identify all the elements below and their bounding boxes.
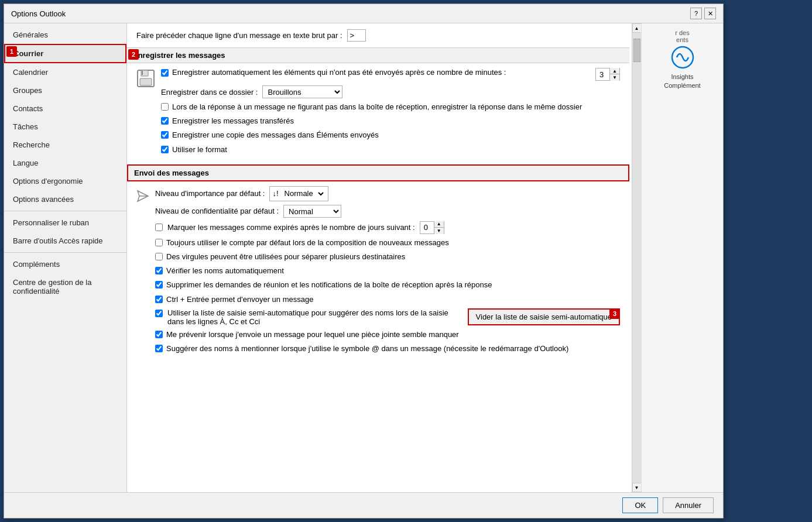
dialog-body: Générales 1 Courrier Calendrier Groupes … [4,23,723,492]
sidebar-item-label: Contacts [13,104,43,113]
side-panel-label1: r desents [675,29,689,43]
sidebar-item-groupes[interactable]: Groupes [4,81,126,99]
confidentiality-select[interactable]: Personnel Privé Normal Confidentiel [283,205,341,218]
sidebar-item-calendrier[interactable]: Calendrier [4,63,126,81]
comma-sep-row: Des virgules peuvent être utilisées pour… [155,252,620,262]
auto-save-spinner: 3 ▲ ▼ [595,68,620,81]
save-options: Enregistrer automatiquement les éléments… [161,68,620,159]
insights-label: InsightsComplément [664,73,700,91]
comma-sep-checkbox[interactable] [155,253,163,260]
reply-outside-label: Lors de la réponse à un message ne figur… [172,102,582,112]
sidebar-item-personnaliser[interactable]: Personnaliser le ruban [4,214,126,232]
footer: OK Annuler [4,492,723,518]
suppress-meeting-checkbox[interactable] [155,281,163,289]
autocomplete-row: Utiliser la liste de saisie semi-automat… [155,308,620,326]
scroll-down-arrow[interactable]: ▼ [632,483,642,492]
folder-row: Enregistrer dans ce dossier : Brouillons… [161,85,620,98]
sidebar-item-label: Tâches [13,122,38,131]
plain-text-label: Faire précéder chaque ligne d'un message… [136,31,342,40]
save-section: Enregistrer automatiquement les éléments… [136,68,620,159]
spinner-value: 3 [596,68,610,80]
badge-3: 3 [609,308,620,319]
side-panel: r desents InsightsComplément [641,23,723,492]
sidebar-item-label: Options avancées [13,195,74,204]
check-names-label: Vérifier les noms automatiquement [166,266,284,276]
sidebar-item-taches[interactable]: Tâches [4,118,126,136]
sidebar-item-confidentialite[interactable]: Centre de gestion de la confidentialité [4,273,126,300]
main-content: Faire précéder chaque ligne d'un message… [127,23,641,492]
insights-icon [671,46,694,69]
autocomplete-text: Utiliser la liste de saisie semi-automat… [167,308,457,326]
transferred-checkbox[interactable] [161,117,169,125]
folder-select[interactable]: Brouillons Boîte d'envoi Éléments envoyé… [262,85,342,98]
spinner-down-btn[interactable]: ▼ [610,74,619,81]
sidebar-item-courrier[interactable]: 1 Courrier [4,44,126,63]
comma-sep-label: Des virgules peuvent être utilisées pour… [166,252,405,262]
section-save-title: Enregistrer les messages [133,51,225,60]
reply-outside-checkbox[interactable] [161,103,169,111]
ok-button[interactable]: OK [622,497,658,513]
prevent-missing-checkbox[interactable] [155,331,163,338]
expire-down-btn[interactable]: ▼ [434,228,444,234]
scroll-track[interactable] [632,33,641,483]
sidebar-item-acces-rapide[interactable]: Barre d'outils Accès rapide [4,232,126,250]
title-bar-controls: ? ✕ [690,8,716,19]
section-send-header: Envoi des messages [127,164,629,181]
sidebar-item-avancees[interactable]: Options avancées [4,190,126,208]
sidebar-item-generales[interactable]: Générales [4,26,126,44]
sidebar-item-label: Courrier [13,49,43,58]
scrollbar[interactable]: ▲ ▼ [632,23,641,492]
dialog-title: Options Outlook [11,9,66,18]
sidebar-item-contacts[interactable]: Contacts [4,99,126,118]
sidebar-item-label: Calendrier [13,68,48,77]
check-names-checkbox[interactable] [155,267,163,274]
sidebar-item-ergonomie[interactable]: Options d'ergonomie [4,172,126,190]
suggest-at-label: Suggérer des noms à mentionner lorsque j… [166,344,568,354]
prevent-missing-row: Me prévenir lorsque j'envoie un message … [155,329,620,340]
sidebar-item-label: Recherche [13,140,50,149]
options-dialog: Options Outlook ? ✕ Générales 1 Courrier… [4,4,724,518]
importance-icon: ↓! [272,189,278,198]
scroll-thumb[interactable] [633,39,640,62]
scroll-up-arrow[interactable]: ▲ [632,23,642,33]
default-account-row: Toujours utiliser le compte par défaut l… [155,238,620,248]
sidebar-item-label: Barre d'outils Accès rapide [13,236,103,245]
importance-row: Niveau d'importance par défaut : ↓! Haut… [155,186,620,201]
auto-save-label: Enregistrer automatiquement les éléments… [172,68,592,77]
sidebar-item-label: Options d'ergonomie [13,177,83,186]
plain-text-row: Faire précéder chaque ligne d'un message… [136,29,620,42]
sidebar-divider-1 [4,211,126,211]
expire-up-btn[interactable]: ▲ [434,221,444,228]
main-scroll-wrap: Faire précéder chaque ligne d'un message… [127,23,641,492]
help-button[interactable]: ? [690,8,702,19]
ctrl-enter-checkbox[interactable] [155,296,163,303]
expire-value: 0 [420,222,434,233]
copy-sent-checkbox[interactable] [161,131,169,139]
importance-label: Niveau d'importance par défaut : [155,189,265,198]
badge-1: 1 [6,46,17,57]
ctrl-enter-label: Ctrl + Entrée permet d'envoyer un messag… [166,294,313,305]
autocomplete-checkbox[interactable] [155,310,163,317]
format-checkbox[interactable] [161,146,169,153]
sidebar-item-label: Langue [13,159,38,167]
copy-sent-row: Enregistrer une copie des messages dans … [161,130,620,140]
transferred-label: Enregistrer les messages transférés [172,116,294,126]
close-button[interactable]: ✕ [704,8,716,19]
sidebar-item-recherche[interactable]: Recherche [4,136,126,154]
sidebar-item-complements[interactable]: Compléments [4,255,126,273]
title-bar: Options Outlook ? ✕ [4,4,723,23]
suggest-at-checkbox[interactable] [155,345,163,352]
cancel-button[interactable]: Annuler [663,497,714,513]
auto-save-checkbox[interactable] [161,69,169,77]
expire-checkbox[interactable] [155,224,163,231]
clear-autocomplete-button[interactable]: Vider la liste de saisie semi-automatiqu… [468,308,620,325]
default-account-checkbox[interactable] [155,239,163,246]
plain-text-input[interactable] [347,29,366,42]
importance-select[interactable]: Haute Normale Faible [280,187,326,200]
spinner-up-btn[interactable]: ▲ [610,68,619,74]
sidebar-divider-2 [4,252,126,253]
sidebar-item-langue[interactable]: Langue [4,154,126,172]
copy-sent-label: Enregistrer une copie des messages dans … [172,130,379,140]
spinner-buttons: ▲ ▼ [610,68,619,81]
badge-2: 2 [128,49,139,60]
